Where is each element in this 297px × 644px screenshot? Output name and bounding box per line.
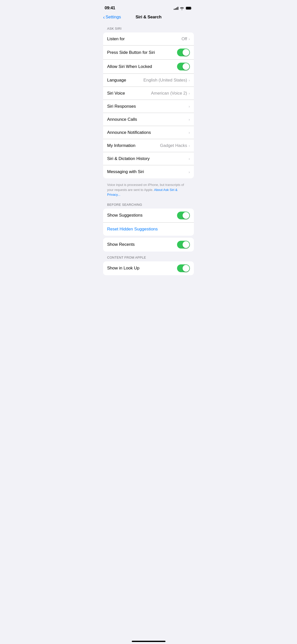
content: ASK SIRI Listen for Off › Press Side But… — [99, 23, 198, 282]
listen-for-label: Listen for — [107, 36, 125, 42]
announce-notifications-label: Announce Notifications — [107, 130, 151, 135]
announce-calls-row[interactable]: Announce Calls › — [103, 113, 194, 126]
show-suggestions-row: Show Suggestions — [103, 209, 194, 223]
my-information-label: My Information — [107, 143, 135, 148]
reset-hidden-suggestions-label: Reset Hidden Suggestions — [107, 227, 158, 232]
content-from-apple-group: Show in Look Up — [103, 261, 194, 275]
press-side-button-row: Press Side Button for Siri — [103, 46, 194, 60]
nav-bar: ‹ Settings Siri & Search — [99, 13, 198, 23]
language-chevron: › — [189, 78, 190, 82]
siri-voice-value: American (Voice 2) — [151, 91, 187, 96]
toggle-knob — [183, 265, 189, 272]
my-information-row[interactable]: My Information Gadget Hacks › — [103, 139, 194, 152]
listen-for-value: Off — [182, 36, 187, 42]
my-information-chevron: › — [189, 144, 190, 147]
ask-siri-footer: Voice input is processed on iPhone, but … — [99, 180, 198, 201]
messaging-with-siri-chevron: › — [189, 170, 190, 174]
listen-for-right: Off › — [182, 36, 190, 42]
allow-when-locked-toggle[interactable] — [177, 63, 190, 70]
siri-responses-label: Siri Responses — [107, 104, 136, 109]
toggle-knob — [183, 212, 189, 219]
show-recents-group: Show Recents — [103, 238, 194, 252]
press-side-button-toggle[interactable] — [177, 49, 190, 56]
status-bar: 09:41 — [99, 0, 198, 13]
announce-calls-chevron: › — [189, 117, 190, 121]
wifi-icon — [180, 7, 184, 10]
show-in-look-up-label: Show in Look Up — [107, 266, 140, 271]
listen-for-row[interactable]: Listen for Off › — [103, 32, 194, 46]
siri-dictation-history-row[interactable]: Siri & Dictation History › — [103, 152, 194, 165]
siri-voice-chevron: › — [189, 91, 190, 95]
language-row[interactable]: Language English (United States) › — [103, 74, 194, 87]
messaging-with-siri-row[interactable]: Messaging with Siri › — [103, 165, 194, 178]
battery-icon — [186, 7, 192, 10]
allow-when-locked-row: Allow Siri When Locked — [103, 60, 194, 74]
announce-notifications-right: › — [189, 131, 190, 134]
status-time: 09:41 — [105, 6, 115, 11]
press-side-button-label: Press Side Button for Siri — [107, 50, 155, 55]
reset-hidden-suggestions-row[interactable]: Reset Hidden Suggestions — [103, 223, 194, 236]
language-right: English (United States) › — [143, 78, 190, 83]
siri-responses-chevron: › — [189, 104, 190, 108]
my-information-value: Gadget Hacks — [160, 143, 187, 148]
show-suggestions-label: Show Suggestions — [107, 213, 143, 218]
svg-rect-1 — [186, 7, 191, 9]
my-information-right: Gadget Hacks › — [160, 143, 190, 148]
language-value: English (United States) — [143, 78, 187, 83]
siri-responses-row[interactable]: Siri Responses › — [103, 100, 194, 113]
show-in-look-up-toggle[interactable] — [177, 264, 190, 272]
show-suggestions-toggle[interactable] — [177, 212, 190, 219]
back-label: Settings — [106, 15, 121, 20]
back-button[interactable]: ‹ Settings — [103, 15, 121, 20]
siri-dictation-history-right: › — [189, 157, 190, 160]
messaging-with-siri-label: Messaging with Siri — [107, 169, 144, 174]
ask-siri-group: Listen for Off › Press Side Button for S… — [103, 32, 194, 178]
status-icons — [174, 7, 192, 10]
announce-notifications-row[interactable]: Announce Notifications › — [103, 126, 194, 139]
allow-when-locked-label: Allow Siri When Locked — [107, 64, 152, 69]
siri-responses-right: › — [189, 104, 190, 108]
show-in-look-up-row: Show in Look Up — [103, 261, 194, 275]
show-recents-row: Show Recents — [103, 238, 194, 252]
language-label: Language — [107, 78, 126, 83]
announce-calls-right: › — [189, 117, 190, 121]
listen-for-chevron: › — [189, 37, 190, 41]
signal-icon — [174, 7, 178, 10]
announce-notifications-chevron: › — [189, 131, 190, 134]
toggle-knob — [183, 241, 189, 248]
siri-dictation-history-chevron: › — [189, 157, 190, 160]
siri-voice-row[interactable]: Siri Voice American (Voice 2) › — [103, 87, 194, 100]
before-searching-header: BEFORE SEARCHING — [99, 203, 198, 209]
siri-voice-label: Siri Voice — [107, 91, 125, 96]
toggle-knob — [183, 63, 189, 70]
announce-calls-label: Announce Calls — [107, 117, 137, 122]
content-from-apple-header: CONTENT FROM APPLE — [99, 256, 198, 261]
before-searching-group: Show Suggestions Reset Hidden Suggestion… — [103, 209, 194, 236]
back-chevron-icon: ‹ — [103, 15, 105, 20]
ask-siri-header: ASK SIRI — [99, 27, 198, 32]
show-recents-toggle[interactable] — [177, 241, 190, 249]
toggle-knob — [183, 49, 189, 56]
siri-voice-right: American (Voice 2) › — [151, 91, 190, 96]
page-title: Siri & Search — [136, 15, 161, 20]
messaging-with-siri-right: › — [189, 170, 190, 174]
show-recents-label: Show Recents — [107, 242, 135, 247]
siri-dictation-history-label: Siri & Dictation History — [107, 156, 150, 161]
